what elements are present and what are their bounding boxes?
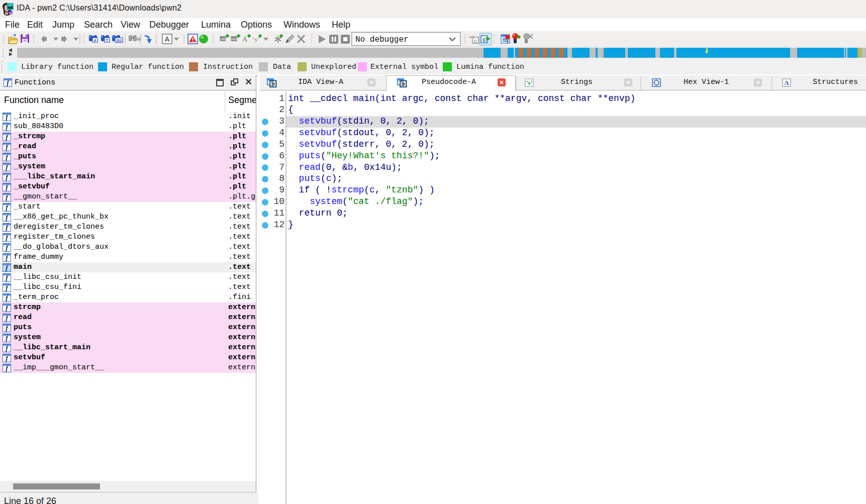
- svg-text:DATA: DATA: [230, 38, 238, 41]
- svg-text:A: A: [785, 79, 789, 86]
- svg-text:T: T: [106, 38, 109, 43]
- svg-text:‘s’: ‘s’: [526, 79, 533, 86]
- svg-text:101: 101: [116, 39, 122, 42]
- svg-text:#: #: [94, 38, 97, 43]
- svg-text:c: c: [474, 38, 477, 44]
- svg-text:A: A: [165, 35, 170, 43]
- svg-text:‘s’: ‘s’: [252, 36, 259, 43]
- svg-text:3D: 3D: [9, 12, 12, 15]
- svg-text:No debugger: No debugger: [355, 35, 409, 44]
- svg-text:c: c: [483, 37, 486, 44]
- svg-text:A: A: [242, 36, 248, 43]
- svg-text:CODE: CODE: [219, 38, 227, 41]
